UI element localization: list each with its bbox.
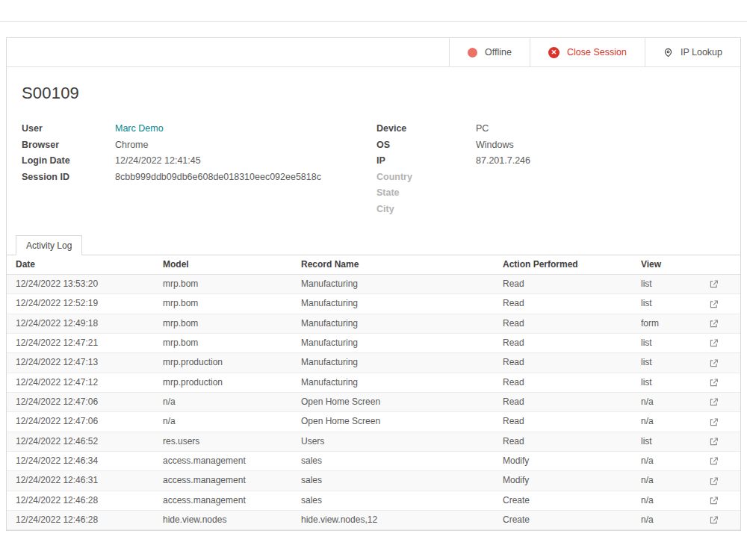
info-label: OS (376, 137, 476, 154)
info-label: Login Date (22, 153, 115, 169)
cell-view: n/a (638, 392, 686, 411)
user-link[interactable]: Marc Demo (115, 121, 164, 137)
info-column-left: User Marc Demo Browser Chrome Login Date… (22, 121, 376, 217)
cell-record-name: sales (298, 451, 500, 470)
info-label: Device (376, 121, 476, 137)
cell-model: res.users (160, 432, 298, 451)
activity-log-row: 12/24/2022 12:46:52 res.users Users Read… (7, 432, 740, 451)
info-value: 8cbb999ddb09db6e608de018310eec092ee5818c (115, 169, 321, 186)
external-link-icon[interactable] (709, 299, 719, 309)
cell-date: 12/24/2022 12:52:19 (7, 294, 160, 314)
info-value: 87.201.7.246 (476, 153, 530, 169)
info-value: PC (476, 121, 489, 137)
cell-action-performed: Create (500, 510, 638, 529)
info-value: 12/24/2022 12:41:45 (115, 153, 201, 169)
info-field: Device PC (376, 121, 731, 137)
info-column-right: Device PC OS Windows IP 87.201.7.246 Cou… (376, 121, 731, 217)
info-label: Browser (22, 137, 115, 154)
tab-activity-log[interactable]: Activity Log (16, 235, 82, 255)
cell-model: n/a (160, 392, 298, 411)
tab-bar: Activity Log (7, 235, 740, 255)
info-label: IP (376, 153, 476, 169)
external-link-icon[interactable] (709, 378, 719, 388)
external-link-icon[interactable] (709, 476, 719, 486)
cell-date: 12/24/2022 12:46:28 (7, 491, 160, 510)
external-link-icon[interactable] (709, 358, 719, 368)
cell-view: n/a (638, 471, 686, 491)
cell-action-performed: Read (500, 275, 638, 294)
external-link-icon[interactable] (709, 456, 719, 466)
activity-log-row: 12/24/2022 12:47:06 n/a Open Home Screen… (7, 412, 740, 432)
cell-action-performed: Read (500, 392, 638, 411)
info-field: State (376, 185, 731, 202)
external-link-icon[interactable] (709, 515, 719, 525)
cell-record-name: Manufacturing (298, 294, 500, 314)
page-title: S00109 (22, 84, 731, 103)
cell-date: 12/24/2022 12:47:13 (7, 353, 160, 373)
ip-lookup-button[interactable]: IP Lookup (645, 38, 740, 66)
external-link-icon[interactable] (709, 319, 719, 329)
cell-view: n/a (638, 510, 686, 529)
session-info: User Marc Demo Browser Chrome Login Date… (16, 121, 731, 217)
cell-action-performed: Read (500, 373, 638, 392)
cell-view: list (638, 294, 686, 314)
info-value: Windows (476, 137, 514, 154)
info-field: Login Date 12/24/2022 12:41:45 (22, 153, 376, 169)
cell-record-name: Manufacturing (298, 314, 500, 333)
activity-log-row: 12/24/2022 12:46:31 access.management sa… (7, 471, 740, 491)
header-model: Model (160, 255, 298, 275)
cell-model: n/a (160, 412, 298, 432)
cell-record-name: Manufacturing (298, 373, 500, 392)
external-link-icon[interactable] (709, 338, 719, 348)
header-date: Date (7, 255, 160, 275)
toolbar: Offline ✕ Close Session IP Lookup (7, 38, 740, 67)
cell-model: mrp.bom (160, 275, 298, 294)
external-link-icon[interactable] (709, 397, 719, 407)
info-label: City (376, 202, 476, 218)
session-detail-card: Offline ✕ Close Session IP Lookup S00109… (6, 37, 741, 531)
activity-log-row: 12/24/2022 13:53:20 mrp.bom Manufacturin… (7, 275, 740, 294)
cell-model: access.management (160, 491, 298, 510)
cell-date: 12/24/2022 13:53:20 (7, 275, 160, 294)
cell-record-name: Open Home Screen (298, 412, 500, 432)
cell-action-performed: Read (500, 353, 638, 373)
cell-date: 12/24/2022 12:46:28 (7, 510, 160, 529)
cell-model: mrp.bom (160, 314, 298, 333)
cell-view: n/a (638, 451, 686, 470)
header-link (686, 255, 740, 275)
info-label: User (22, 121, 115, 137)
ip-lookup-label: IP Lookup (681, 47, 722, 57)
info-label: Country (376, 169, 476, 186)
cell-record-name: sales (298, 491, 500, 510)
cell-view: n/a (638, 491, 686, 510)
cell-action-performed: Read (500, 314, 638, 333)
cell-view: list (638, 353, 686, 373)
cell-model: access.management (160, 471, 298, 491)
cell-date: 12/24/2022 12:46:52 (7, 432, 160, 451)
table-header-row: Date Model Record Name Action Performed … (7, 255, 740, 275)
cell-record-name: Open Home Screen (298, 392, 500, 411)
cell-date: 12/24/2022 12:47:12 (7, 373, 160, 392)
activity-log-row: 12/24/2022 12:46:28 access.management sa… (7, 491, 740, 510)
cell-model: mrp.bom (160, 333, 298, 352)
external-link-icon[interactable] (709, 417, 719, 427)
cell-model: mrp.bom (160, 294, 298, 314)
cell-view: form (638, 314, 686, 333)
close-session-icon: ✕ (548, 47, 560, 58)
external-link-icon[interactable] (709, 496, 719, 505)
activity-log-row: 12/24/2022 12:47:13 mrp.production Manuf… (7, 353, 740, 373)
cell-date: 12/24/2022 12:46:34 (7, 451, 160, 470)
activity-log-row: 12/24/2022 12:52:19 mrp.bom Manufacturin… (7, 294, 740, 314)
session-content: S00109 User Marc Demo Browser Chrome Log… (7, 67, 740, 217)
external-link-icon[interactable] (709, 437, 719, 447)
cell-model: access.management (160, 451, 298, 470)
info-field: Browser Chrome (22, 137, 376, 154)
cell-action-performed: Read (500, 412, 638, 432)
header-view: View (638, 255, 686, 275)
close-session-button[interactable]: ✕ Close Session (530, 38, 645, 66)
external-link-icon[interactable] (709, 279, 719, 289)
cell-action-performed: Read (500, 333, 638, 352)
info-field: OS Windows (376, 137, 731, 154)
cell-date: 12/24/2022 12:49:18 (7, 314, 160, 333)
cell-action-performed: Create (500, 491, 638, 510)
